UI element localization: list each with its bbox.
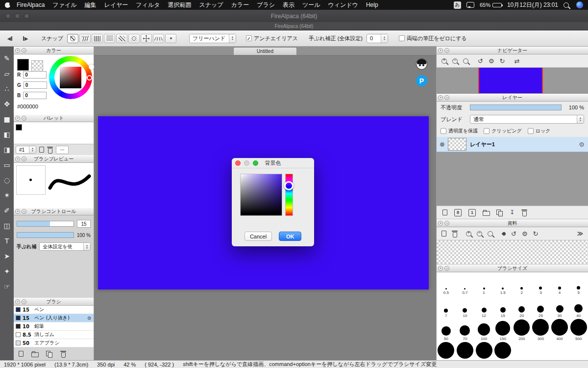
cancel-button[interactable]: Cancel bbox=[245, 232, 272, 241]
pixiv-icon[interactable]: P bbox=[416, 75, 427, 86]
brush-opacity-slider[interactable] bbox=[17, 232, 74, 238]
delete-brush-icon[interactable] bbox=[60, 351, 66, 357]
reset-view-icon[interactable]: ⚙ bbox=[489, 58, 494, 64]
brush-size-cell[interactable]: 30 bbox=[550, 295, 569, 318]
panel-close-button[interactable]: ✕ bbox=[15, 116, 20, 121]
lasso-tool-icon[interactable]: ◌ bbox=[0, 172, 14, 187]
menubar-clock[interactable]: 10月12日(月) 23:01 bbox=[507, 1, 558, 9]
add-palette-icon[interactable] bbox=[39, 147, 44, 153]
brush-list-item[interactable]: 50 エアブラシ ⚙ bbox=[14, 339, 94, 347]
flip-horizontal-icon[interactable]: ⇄ bbox=[514, 58, 519, 64]
navigator-view-rect[interactable] bbox=[478, 68, 543, 93]
user-avatar-icon[interactable] bbox=[416, 58, 427, 70]
brush-settings-gear-icon[interactable]: ⚙ bbox=[87, 315, 92, 321]
snap-dot[interactable] bbox=[165, 34, 176, 43]
clipping-checkbox[interactable]: クリッピング bbox=[484, 128, 521, 134]
panel-menu-button[interactable]: ◎ bbox=[22, 299, 26, 304]
background-color-swatch[interactable] bbox=[31, 60, 43, 72]
menubar-item[interactable]: Help bbox=[362, 1, 382, 8]
brush-size-cell[interactable]: 70 bbox=[456, 318, 475, 342]
material-zoom-in-icon[interactable]: + bbox=[466, 231, 471, 237]
snap-rings[interactable] bbox=[128, 34, 140, 43]
palette-swatch[interactable] bbox=[16, 124, 22, 131]
ok-button[interactable]: OK bbox=[279, 232, 301, 241]
menubar-item[interactable]: 表示 bbox=[279, 1, 298, 9]
material-rotate-right-icon[interactable]: ↻ bbox=[533, 231, 539, 237]
menubar-item[interactable]: ツール bbox=[298, 1, 324, 9]
new-folder-icon[interactable] bbox=[483, 210, 490, 215]
blend-mode-select[interactable]: 通常 bbox=[470, 115, 584, 124]
g-input[interactable]: 0 bbox=[24, 81, 47, 89]
brush-size-cell[interactable]: 500 bbox=[569, 318, 588, 342]
brush-size-cell[interactable]: 2 bbox=[513, 272, 532, 295]
add-brush-icon[interactable] bbox=[19, 351, 24, 357]
new-layer-icon[interactable] bbox=[442, 210, 447, 215]
brush-list-item[interactable]: 15 ペン (入り抜き) ⚙ bbox=[14, 314, 94, 322]
brush-size-slider[interactable] bbox=[17, 221, 74, 227]
brush-size-cell[interactable]: 25 bbox=[531, 295, 550, 318]
magic-wand-tool-icon[interactable]: ✶ bbox=[0, 187, 14, 203]
snap-parallel[interactable] bbox=[79, 34, 91, 43]
material-eyedropper-icon[interactable] bbox=[502, 231, 507, 236]
palette-divider-button[interactable]: --- bbox=[56, 146, 69, 154]
brush-size-cell[interactable]: 1500 bbox=[474, 342, 493, 360]
zero-pressure-checkbox[interactable]: 両端の筆圧をゼロにする bbox=[399, 35, 467, 42]
menubar-item[interactable]: FireAlpaca bbox=[13, 1, 49, 8]
brush-size-cell[interactable]: 3 bbox=[531, 272, 550, 295]
brush-size-cell[interactable]: 10 bbox=[456, 295, 475, 318]
dialog-zoom-button[interactable] bbox=[253, 160, 258, 166]
move-tool-icon[interactable]: ✥ bbox=[0, 96, 14, 111]
document-tab[interactable]: Untitled bbox=[233, 47, 297, 55]
brush-size-cell[interactable]: 2000 bbox=[493, 342, 513, 360]
gradient-tool-icon[interactable]: ◨ bbox=[0, 142, 14, 157]
menubar-item[interactable]: 編集 bbox=[80, 1, 100, 9]
close-button[interactable] bbox=[5, 13, 11, 19]
select-eraser-tool-icon[interactable]: ◫ bbox=[0, 218, 14, 233]
add-material-icon[interactable] bbox=[441, 231, 446, 237]
layer-visibility-icon[interactable] bbox=[440, 142, 444, 147]
brush-list-item[interactable]: 10 鉛筆 ⚙ bbox=[14, 322, 94, 331]
antialias-checkbox[interactable]: アンチエイリアス bbox=[246, 35, 298, 42]
spotlight-search-icon[interactable] bbox=[564, 2, 569, 8]
stabilizer-stepper[interactable]: 0 bbox=[367, 34, 388, 43]
palette-grid[interactable] bbox=[14, 122, 94, 144]
panel-close-button[interactable]: ✕ bbox=[15, 157, 20, 161]
panel-close-button[interactable]: ✕ bbox=[438, 95, 443, 100]
brush-size-cell[interactable]: 1 bbox=[474, 272, 493, 295]
eraser-tool-icon[interactable]: ▱ bbox=[0, 66, 14, 81]
notification-bubble-icon[interactable] bbox=[466, 2, 474, 8]
protect-alpha-checkbox[interactable]: 透明度を保護 bbox=[441, 128, 478, 134]
panel-close-button[interactable]: ✕ bbox=[15, 299, 20, 304]
dialog-close-button[interactable] bbox=[235, 160, 241, 166]
lock-checkbox[interactable]: ロック bbox=[528, 128, 551, 134]
brush-size-cell[interactable]: 40 bbox=[569, 295, 588, 318]
brush-size-value[interactable]: 15 bbox=[77, 220, 91, 228]
menubar-item[interactable]: スナップ bbox=[195, 1, 227, 9]
brush-size-cell[interactable]: 0.5 bbox=[437, 272, 456, 295]
brush-size-cell[interactable]: 300 bbox=[531, 318, 550, 342]
brush-size-cell[interactable]: 1.5 bbox=[493, 272, 513, 295]
layer-name[interactable]: レイヤー1 bbox=[470, 141, 575, 148]
snap-diagonal[interactable] bbox=[116, 34, 127, 43]
fill-rect-tool-icon[interactable]: ■ bbox=[0, 111, 14, 127]
delete-material-icon[interactable] bbox=[452, 231, 458, 237]
bucket-tool-icon[interactable]: ◧ bbox=[0, 127, 14, 142]
panel-close-button[interactable]: ✕ bbox=[438, 221, 443, 226]
panel-collapse-chevrons[interactable]: ≫ bbox=[577, 230, 583, 237]
snap-grid[interactable] bbox=[92, 34, 103, 43]
text-tool-icon[interactable]: T bbox=[0, 233, 14, 248]
menubar-item[interactable]: レイヤー bbox=[100, 1, 132, 9]
rotate-left-icon[interactable]: ↺ bbox=[478, 58, 483, 64]
brush-size-cell[interactable]: 15 bbox=[493, 295, 513, 318]
brush-list-item[interactable]: 15 ペン ⚙ bbox=[14, 306, 94, 314]
material-settings-gear-icon[interactable]: ⚙ bbox=[522, 231, 528, 237]
eyedropper-tool-icon[interactable]: ✦ bbox=[0, 263, 14, 279]
layer-thumbnail[interactable] bbox=[448, 138, 466, 151]
foreground-color-swatch[interactable] bbox=[17, 59, 29, 71]
select-rect-tool-icon[interactable]: ▭ bbox=[0, 157, 14, 172]
zoom-button[interactable] bbox=[24, 13, 29, 19]
battery-status[interactable]: 65% bbox=[480, 2, 502, 8]
snap-none[interactable] bbox=[67, 34, 78, 43]
delete-layer-icon[interactable] bbox=[521, 210, 527, 216]
brush-size-cell[interactable]: 0.7 bbox=[456, 272, 475, 295]
